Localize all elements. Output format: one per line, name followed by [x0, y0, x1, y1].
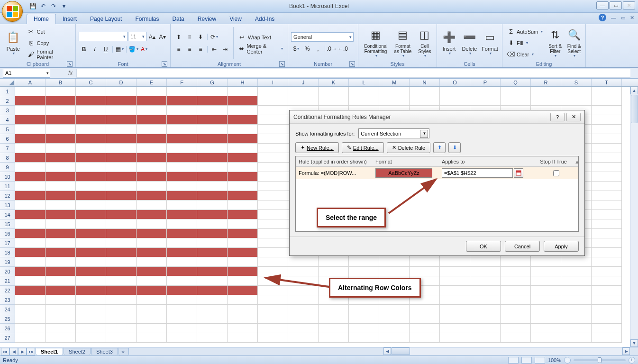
cell[interactable] — [561, 295, 592, 305]
cell[interactable] — [470, 257, 501, 267]
horizontal-scrollbar[interactable]: ◀ ▶ — [383, 347, 630, 355]
row-header-4[interactable]: 4 — [0, 115, 15, 125]
cell[interactable] — [501, 305, 531, 314]
cell[interactable] — [76, 153, 106, 163]
cell[interactable] — [46, 286, 76, 295]
cell[interactable] — [258, 295, 288, 305]
cell[interactable] — [561, 276, 592, 286]
cell[interactable] — [167, 286, 197, 295]
cell[interactable] — [46, 229, 76, 238]
cell[interactable] — [410, 305, 440, 314]
qat-undo-icon[interactable]: ↶ — [39, 2, 47, 10]
cell[interactable] — [288, 295, 319, 305]
cell[interactable] — [46, 87, 76, 96]
cell[interactable] — [46, 324, 76, 333]
cell[interactable] — [137, 333, 167, 343]
col-header-H[interactable]: H — [228, 79, 258, 86]
view-normal-icon[interactable] — [508, 357, 519, 364]
cell[interactable] — [197, 314, 228, 324]
cell[interactable] — [470, 96, 501, 106]
col-header-R[interactable]: R — [531, 79, 561, 86]
row-header-7[interactable]: 7 — [0, 144, 15, 153]
row-header-22[interactable]: 22 — [0, 286, 15, 295]
zoom-slider[interactable] — [574, 359, 626, 361]
format-as-table-button[interactable]: ▤Format as Table▾ — [392, 25, 414, 61]
cell[interactable] — [228, 248, 258, 257]
move-down-button[interactable]: ⬇ — [448, 142, 461, 153]
cell[interactable] — [167, 314, 197, 324]
col-header-A[interactable]: A — [15, 79, 46, 86]
cell[interactable] — [106, 248, 137, 257]
cell[interactable] — [501, 276, 531, 286]
cell[interactable] — [137, 276, 167, 286]
sheet-tab-3[interactable]: Sheet3 — [91, 348, 118, 355]
cell[interactable] — [592, 248, 622, 257]
cell[interactable] — [319, 324, 349, 333]
cell[interactable] — [46, 219, 76, 229]
cell[interactable] — [197, 267, 228, 276]
qat-redo-icon[interactable]: ↷ — [49, 2, 58, 10]
cell[interactable] — [76, 314, 106, 324]
cell[interactable] — [258, 87, 288, 96]
cell[interactable] — [15, 153, 46, 163]
cell[interactable] — [258, 238, 288, 248]
cell[interactable] — [531, 295, 561, 305]
cell[interactable] — [167, 210, 197, 219]
cell[interactable] — [592, 163, 622, 172]
cell[interactable] — [167, 134, 197, 144]
cell[interactable] — [410, 333, 440, 343]
cell[interactable] — [167, 295, 197, 305]
cell[interactable] — [197, 229, 228, 238]
cell[interactable] — [592, 305, 622, 314]
cell[interactable] — [531, 286, 561, 295]
cell[interactable] — [76, 276, 106, 286]
cell[interactable] — [76, 210, 106, 219]
cell[interactable] — [228, 286, 258, 295]
cell[interactable] — [592, 182, 622, 191]
cell[interactable] — [288, 286, 319, 295]
format-painter-button[interactable]: 🖌Format Painter — [26, 49, 73, 60]
cell[interactable] — [76, 106, 106, 115]
align-center-icon[interactable]: ≡ — [184, 44, 195, 55]
sheet-nav-last-icon[interactable]: ⏭ — [27, 348, 35, 355]
cell[interactable] — [228, 276, 258, 286]
cell[interactable] — [228, 144, 258, 153]
cell[interactable] — [349, 305, 379, 314]
cell[interactable] — [15, 257, 46, 267]
cell[interactable] — [46, 238, 76, 248]
cell[interactable] — [592, 172, 622, 182]
fill-button[interactable]: ⬇Fill▾ — [505, 38, 545, 48]
cell[interactable] — [197, 295, 228, 305]
cell[interactable] — [197, 96, 228, 106]
cell[interactable] — [197, 257, 228, 267]
accounting-format-icon[interactable]: $▾ — [291, 44, 301, 54]
cell[interactable] — [15, 115, 46, 125]
cell[interactable] — [592, 210, 622, 219]
row-header-1[interactable]: 1 — [0, 87, 15, 96]
cell[interactable] — [46, 333, 76, 343]
cell[interactable] — [228, 106, 258, 115]
cell[interactable] — [76, 229, 106, 238]
help-icon[interactable]: ? — [599, 14, 606, 21]
cell[interactable] — [46, 96, 76, 106]
cell[interactable] — [592, 238, 622, 248]
cell[interactable] — [46, 115, 76, 125]
row-header-17[interactable]: 17 — [0, 238, 15, 248]
cell[interactable] — [440, 305, 470, 314]
col-header-Q[interactable]: Q — [501, 79, 531, 86]
row-header-23[interactable]: 23 — [0, 295, 15, 305]
cell[interactable] — [76, 305, 106, 314]
cell[interactable] — [258, 314, 288, 324]
cell[interactable] — [592, 87, 622, 96]
cell[interactable] — [531, 305, 561, 314]
cell[interactable] — [167, 191, 197, 200]
cell[interactable] — [531, 87, 561, 96]
cell[interactable] — [137, 172, 167, 182]
cell[interactable] — [137, 295, 167, 305]
insert-cells-button[interactable]: ➕Insert▾ — [440, 25, 458, 61]
cell[interactable] — [76, 115, 106, 125]
increase-indent-icon[interactable]: ⇥ — [220, 44, 230, 55]
cell[interactable] — [76, 125, 106, 134]
hscroll-thumb[interactable] — [391, 347, 410, 355]
cut-button[interactable]: ✂Cut — [26, 27, 73, 37]
